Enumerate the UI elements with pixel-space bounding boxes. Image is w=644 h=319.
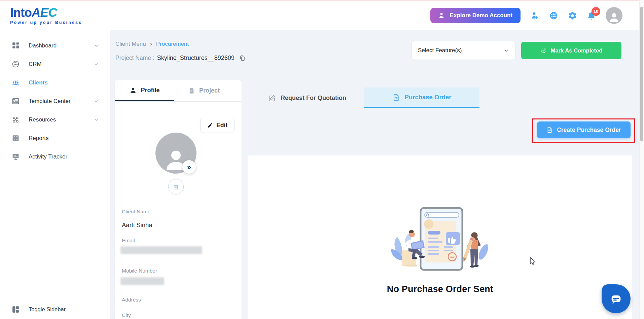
toggle-sidebar-button[interactable]: Toggle Sidebar [11,305,66,314]
activity-tracker-icon [11,152,20,161]
toggle-sidebar-label: Toggle Sidebar [29,306,66,313]
sidebar-item-activity-tracker[interactable]: Activity Tracker [0,147,110,166]
template-center-icon [11,97,20,105]
explore-demo-account-button[interactable]: Explore Demo Account [430,8,521,23]
add-user-icon[interactable] [530,11,539,20]
sidebar-item-label: Resources [29,116,56,123]
purchase-order-empty-panel: No Purchase Order Sent [248,155,632,319]
po-doc-icon: PO [392,94,400,101]
chevron-down-icon [94,99,99,104]
tab-purchase-order[interactable]: PO Purchase Order [364,87,479,108]
breadcrumb-parent[interactable]: Client Menu [115,41,146,47]
settings-icon[interactable] [568,11,577,20]
edit-profile-button[interactable]: Edit [200,118,235,133]
completed-seal-icon [540,47,547,54]
chevron-down-icon [94,43,99,48]
app-header: IntoAEC Power up your Business Explore D… [0,1,639,30]
sidebar-item-label: Template Center [29,98,71,105]
notifications-button[interactable]: 10 [587,11,596,20]
client-name-value: Aarti Sinha [122,221,152,229]
chevron-down-icon [94,117,99,122]
notification-count-badge: 10 [592,7,600,16]
brand-aec: AEC [32,6,57,20]
project-name-row: Project Name : Skyline_Structures__89260… [115,55,246,62]
brand-tagline: Power up your Business [10,21,82,25]
rfq-edit-icon [268,94,276,102]
app-logo[interactable]: IntoAEC Power up your Business [10,6,82,25]
crm-icon [11,60,20,68]
dashboard-icon [11,41,20,50]
edit-label: Edit [216,122,227,129]
tab-project-label: Project [199,87,220,94]
card-divider [120,202,237,202]
breadcrumb-current[interactable]: Procurement [156,41,189,47]
client-name-label: Client Name [122,209,150,215]
email-value-redacted [120,246,202,254]
profile-card-tabs: Profile Project [115,80,242,102]
mark-as-completed-button[interactable]: Mark As Completed [521,42,621,59]
main-content: Client Menu › Procurement Project Name :… [110,30,639,319]
chevron-down-icon [94,62,99,67]
select-features-dropdown[interactable]: Select Feature(s) [412,41,516,60]
project-name-value: Skyline_Structures__892609 [157,55,235,62]
email-label: Email [122,238,135,244]
create-po-label: Create Purchase Order [557,127,621,134]
tab-profile[interactable]: Profile [115,80,174,101]
svg-text:PO: PO [548,129,551,131]
tab-po-label: Purchase Order [405,94,452,101]
mobile-number-label: Mobile Number [122,268,157,274]
po-doc-icon: PO [546,127,553,133]
resources-icon [11,115,20,124]
page-scrollbar-track[interactable] [639,0,644,319]
expand-avatar-button[interactable]: » [182,160,196,174]
avatar-person-icon [607,10,621,24]
toggle-sidebar-icon [11,305,20,314]
tab-project[interactable]: Project [174,80,234,101]
copy-icon[interactable] [239,55,246,61]
brand-text: IntoAEC [10,6,82,19]
empty-state-illustration [390,205,491,277]
tabs-divider [248,108,632,108]
empty-state-caption: No Purchase Order Sent [248,284,632,294]
select-features-label: Select Feature(s) [418,47,462,54]
city-label: City [122,312,131,318]
brand-into: Into [10,6,32,20]
sidebar-item-label: Activity Tracker [29,153,67,160]
sidebar-item-clients[interactable]: Clients [0,73,110,92]
project-doc-icon [188,87,195,94]
sidebar-item-reports[interactable]: Reports [0,129,110,147]
trash-icon [173,184,179,190]
page-scrollbar-thumb[interactable] [640,7,643,141]
sidebar-item-dashboard[interactable]: Dashboard [0,36,110,55]
demo-user-icon [438,12,446,19]
sidebar-item-crm[interactable]: CRM [0,55,110,73]
tab-rfq-label: Request For Quotation [281,95,346,102]
globe-icon[interactable] [549,11,558,20]
tab-profile-label: Profile [141,87,159,94]
breadcrumb-chevron-icon: › [150,40,152,47]
tab-request-for-quotation[interactable]: Request For Quotation [250,87,364,108]
client-profile-card: Profile Project Edit » Client Name Aarti… [115,80,242,319]
mobile-value-redacted [120,277,164,285]
chat-bubble-icon [609,292,623,306]
sidebar-item-resources[interactable]: Resources [0,110,110,129]
project-name-label: Project Name : [115,55,154,62]
svg-text:PO: PO [394,96,397,99]
sidebar-item-label: Clients [29,79,48,86]
header-actions: Explore Demo Account 10 [430,7,639,24]
sidebar-item-template-center[interactable]: Template Center [0,92,110,110]
user-avatar[interactable] [606,7,622,24]
breadcrumb: Client Menu › Procurement [115,40,189,47]
clients-icon [11,78,20,87]
delete-avatar-button[interactable] [168,179,184,194]
chevron-down-icon [503,47,509,54]
sidebar-item-label: Dashboard [29,42,57,49]
mark-as-completed-label: Mark As Completed [551,47,602,54]
reports-icon [11,134,20,142]
chat-widget-button[interactable] [602,284,631,313]
sidebar-list: Dashboard CRM Clients Template Center Re… [0,30,110,166]
pencil-icon [207,122,213,128]
sidebar-item-label: Reports [29,135,49,142]
create-purchase-order-button[interactable]: PO Create Purchase Order [537,121,631,138]
profile-person-icon [130,87,137,94]
